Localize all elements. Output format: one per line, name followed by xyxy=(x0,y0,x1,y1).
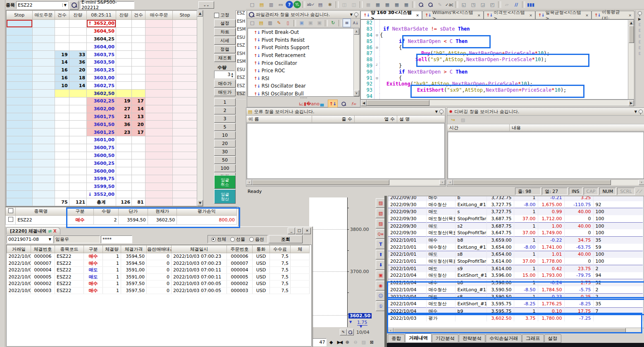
folder-collapse-icon[interactable]: ▣ xyxy=(306,19,315,27)
sell-order-cell[interactable] xyxy=(32,144,55,152)
orderbook-row[interactable]: 3601,25 23 17 xyxy=(7,128,197,136)
orderbook-row[interactable]: 3601,75 21 13 xyxy=(7,113,197,121)
symbol-list-item[interactable]: ESU xyxy=(236,35,247,43)
stop-sell-cell[interactable] xyxy=(7,58,33,66)
buy-order-cell[interactable] xyxy=(145,74,173,82)
search-scripts-icon[interactable] xyxy=(339,100,348,107)
stop-buy-cell[interactable] xyxy=(173,159,197,167)
row-checkbox[interactable] xyxy=(8,217,13,222)
fold-marker-icon[interactable]: ⊟ xyxy=(374,32,380,38)
symbol-list-item[interactable]: ESZ xyxy=(236,91,247,100)
stop-sell-cell[interactable] xyxy=(7,82,33,90)
buy-order-cell[interactable] xyxy=(145,51,173,59)
chart-plot-area[interactable] xyxy=(309,197,348,327)
sell-order-cell[interactable] xyxy=(32,35,55,43)
buy-order-cell[interactable] xyxy=(145,97,173,105)
price-cell[interactable]: 3601,75 xyxy=(87,113,116,121)
price-cell[interactable]: 3599,75 xyxy=(87,175,116,183)
copy-icon[interactable]: ▥ xyxy=(267,0,276,9)
code-vertical-scrollbar[interactable]: ▲ xyxy=(628,20,634,99)
code-line[interactable]: 89┘} xyxy=(361,63,634,69)
stop-buy-cell[interactable] xyxy=(173,183,197,190)
symbol-list-item[interactable]: ESZ xyxy=(236,83,247,92)
stop-sell-cell[interactable] xyxy=(7,35,33,43)
code-line[interactable]: 82 xyxy=(361,20,634,26)
price-cell[interactable]: 3600,00 xyxy=(87,167,116,175)
chart-button[interactable]: 차트 xyxy=(214,28,236,36)
position-row[interactable]: ESZ22 매수 2 3594,50 3602,50 800,00 xyxy=(6,216,237,225)
radio-futures[interactable]: 선물 xyxy=(230,236,245,242)
pin-icon[interactable] xyxy=(639,109,643,114)
price-cell[interactable]: 3601,25 xyxy=(87,128,116,136)
code-editor-area[interactable]: 8283if NextBarSdate != sDate Then84⊟{85i… xyxy=(360,19,634,100)
sell-order-cell[interactable] xyxy=(32,20,55,28)
orderbook-row[interactable]: 3602,25 19 17 xyxy=(7,97,197,105)
script-list-item[interactable]: ↑↓ RSI Oscillator Bull xyxy=(248,90,359,97)
price-cell[interactable]: 3601,50 xyxy=(87,121,116,128)
chevron-down-icon[interactable]: ▼ xyxy=(49,238,51,241)
status-ins[interactable]: INS xyxy=(569,188,582,195)
stop-buy-cell[interactable] xyxy=(173,167,197,175)
buy-order-cell[interactable] xyxy=(145,43,173,51)
fill-row[interactable]: 2022/10/03 000005 ESZ22 매도 1 3591,00 0 2… xyxy=(7,273,310,280)
scroll-left-icon[interactable]: ◀ xyxy=(361,100,367,106)
buy-order-cell[interactable] xyxy=(145,35,173,43)
stop-buy-cell[interactable] xyxy=(173,58,197,66)
error-window-titlebar[interactable]: ▤ 오류 창을 보이거나 숨깁니다. ▼ xyxy=(246,108,445,116)
stop-sell-cell[interactable] xyxy=(7,183,33,190)
stop-buy-cell[interactable] xyxy=(173,128,197,136)
file-list-scrollbar[interactable]: ∧ ∨ xyxy=(353,29,359,96)
find-icon[interactable] xyxy=(416,0,425,9)
price-cell[interactable]: ↑3652,00 xyxy=(87,20,116,28)
stop-buy-cell[interactable] xyxy=(173,20,197,28)
stop-buy-cell[interactable] xyxy=(173,175,197,183)
close-tab-icon[interactable]: X xyxy=(53,229,57,233)
stop-sell-cell[interactable] xyxy=(7,66,33,74)
unlink-icon[interactable]: ◫ xyxy=(349,0,358,9)
scroll-left-icon[interactable]: ‹ xyxy=(246,180,252,185)
sort-button[interactable]: 정렬 xyxy=(214,45,236,53)
code-horizontal-scrollbar[interactable]: ◀ ▶ xyxy=(360,100,634,106)
fold-marker-icon[interactable]: ⊟ xyxy=(374,75,380,81)
code-line[interactable]: 94 xyxy=(361,93,634,100)
script-list-item[interactable]: ↑↓ Price Oscillator xyxy=(248,59,359,67)
stop-sell-cell[interactable] xyxy=(7,20,33,28)
buy-order-cell[interactable] xyxy=(145,159,173,167)
table-grid-icon[interactable]: ▦ xyxy=(402,0,411,9)
buy-order-cell[interactable] xyxy=(145,152,173,159)
sell-order-cell[interactable] xyxy=(32,128,55,136)
autocomplete-icon[interactable]: ✓ac xyxy=(445,0,454,9)
help-icon[interactable]: ? xyxy=(286,1,293,8)
open-file-icon[interactable]: ▤ xyxy=(257,0,266,9)
stop-buy-cell[interactable] xyxy=(173,51,197,59)
stop-sell-cell[interactable] xyxy=(7,105,33,113)
buy-order-cell[interactable] xyxy=(145,175,173,183)
orderbook-row[interactable]: ↑3652,00 xyxy=(7,20,197,28)
orderbook-row[interactable]: 3599,50 xyxy=(7,183,197,190)
buy-order-cell[interactable] xyxy=(145,167,173,175)
divider-icon[interactable]: // xyxy=(512,0,521,9)
sell-order-cell[interactable] xyxy=(32,82,55,90)
buy-order-cell[interactable] xyxy=(145,128,173,136)
folder-delete-icon[interactable]: ▣ xyxy=(315,19,324,27)
script-list-item[interactable]: ↑↓ Pivot Retracement xyxy=(248,52,359,59)
fold-marker-icon[interactable]: ┘ xyxy=(374,63,380,69)
settings-button[interactable]: 설정 xyxy=(214,19,236,27)
sell-order-cell[interactable] xyxy=(32,58,55,66)
scroll-up-icon[interactable]: ▲ xyxy=(197,10,203,17)
table-view-icon[interactable]: ▦ xyxy=(383,0,392,9)
trade-row[interactable]: 2022/09/30 매도청산(목표 StopProfitTarg 3,687.… xyxy=(388,215,643,222)
stop-buy-cell[interactable] xyxy=(173,136,197,144)
system-filter-icon[interactable]: ↑↓ xyxy=(328,100,338,108)
sell-order-cell[interactable] xyxy=(32,175,55,183)
buy-order-cell[interactable] xyxy=(145,58,173,66)
collapse-button[interactable]: ⌄⌄ xyxy=(198,1,214,9)
buy-order-cell[interactable] xyxy=(145,144,173,152)
fill-row[interactable]: 2022/10/03 000004 ESZ22 매도 1 3591,00 0 2… xyxy=(7,267,310,274)
chevron-down-icon[interactable]: ▼ xyxy=(435,110,438,114)
pan-icon[interactable]: ▨ xyxy=(360,338,367,346)
buy-order-cell[interactable] xyxy=(145,190,173,198)
orderbook-row[interactable]: 10 14 3602,75 xyxy=(7,82,197,90)
price-cell[interactable]: 3600,50 xyxy=(87,152,116,159)
stop-sell-cell[interactable] xyxy=(7,51,33,59)
